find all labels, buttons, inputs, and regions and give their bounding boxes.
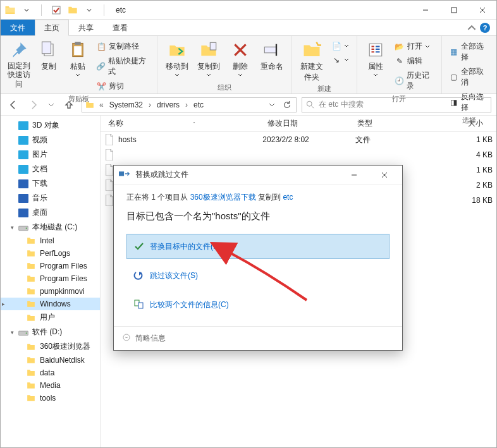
file-row[interactable]: 4 KB	[101, 147, 496, 162]
maximize-button[interactable]	[439, 1, 468, 20]
svg-rect-9	[276, 44, 277, 56]
tree-item-drive[interactable]: ▾本地磁盘 (C:)	[1, 220, 100, 234]
rename-button[interactable]: 重命名	[257, 37, 286, 72]
tree-item[interactable]: Program Files	[1, 272, 100, 285]
svg-rect-18	[18, 209, 28, 217]
address-bar[interactable]: « System32› drivers› etc	[82, 97, 297, 112]
ribbon: 固定到快速访问 复制 粘贴 📋复制路径 🔗粘贴快捷方式 ✂️剪切 剪贴板	[1, 36, 496, 94]
tree-item[interactable]: PerfLogs	[1, 247, 100, 260]
tree-item[interactable]: BaiduNetdisk	[1, 354, 100, 366]
edit-button[interactable]: ✎编辑	[392, 54, 436, 68]
tab-file[interactable]: 文件	[1, 20, 35, 35]
tree-item[interactable]: 3D 对象	[1, 118, 100, 133]
file-row[interactable]: hosts2023/2/2 8:02文件1 KB	[101, 132, 496, 147]
history-dropdown[interactable]	[46, 97, 56, 112]
nav-tree[interactable]: 3D 对象视频图片文档下载音乐桌面▾本地磁盘 (C:)IntelPerfLogs…	[1, 116, 101, 448]
open-button[interactable]: 📂打开	[392, 40, 436, 53]
option-compare[interactable]: 比较两个文件的信息(C)	[126, 292, 390, 317]
svg-point-20	[26, 227, 27, 229]
group-label: 组织	[163, 82, 286, 94]
dialog-title: 替换或跳过文件	[135, 169, 336, 180]
checkbox-checked-icon[interactable]	[51, 4, 62, 16]
breadcrumb-segment[interactable]: etc	[192, 100, 205, 109]
tab-view[interactable]: 查看	[103, 20, 137, 35]
properties-button[interactable]: 属性	[362, 37, 389, 77]
tree-item[interactable]: 图片	[1, 147, 100, 162]
tree-item[interactable]: Intel	[1, 234, 100, 247]
tree-item[interactable]: 音乐	[1, 191, 100, 205]
copyto-button[interactable]: 复制到	[194, 37, 223, 77]
copy-button[interactable]: 复制	[35, 37, 61, 72]
col-type[interactable]: 类型	[353, 118, 448, 129]
skip-icon	[133, 270, 145, 281]
history-button[interactable]: 🕘历史记录	[392, 69, 436, 93]
tree-item[interactable]: data	[1, 366, 100, 379]
paste-shortcut-button[interactable]: 🔗粘贴快捷方式	[94, 54, 152, 78]
option-skip[interactable]: 跳过该文件(S)	[126, 263, 390, 288]
col-size[interactable]: 大小	[448, 118, 488, 129]
dialog-heading: 目标已包含一个名为"hosts"的文件	[126, 210, 390, 222]
label: 属性	[368, 61, 383, 72]
source-link[interactable]: 360极速浏览器下载	[190, 193, 256, 202]
breadcrumb-segment[interactable]: System32	[108, 100, 144, 109]
select-all-button[interactable]: ▦全部选择	[447, 40, 491, 64]
up-button[interactable]	[61, 97, 77, 112]
breadcrumb-segment[interactable]: drivers	[156, 100, 181, 109]
svg-rect-7	[211, 42, 216, 50]
dialog-titlebar[interactable]: 替换或跳过文件	[114, 166, 402, 185]
dialog-minimize-button[interactable]	[341, 166, 367, 184]
dialog-status-line: 正在将 1 个项目从 360极速浏览器下载 复制到 etc	[126, 192, 390, 203]
pin-quickaccess-button[interactable]: 固定到快速访问	[6, 37, 32, 88]
compare-icon	[133, 299, 145, 310]
paste-button[interactable]: 粘贴	[64, 37, 91, 77]
search-input[interactable]: 在 etc 中搜索	[302, 97, 491, 112]
address-dropdown[interactable]	[266, 97, 278, 112]
chevron-down-icon[interactable]	[83, 4, 95, 16]
dialog-footer[interactable]: 简略信息	[114, 326, 402, 350]
svg-rect-13	[18, 136, 28, 145]
forward-button[interactable]	[26, 97, 41, 112]
tree-item[interactable]: pumpkinmovi	[1, 285, 100, 298]
search-icon	[306, 100, 315, 109]
chevron-left-icon[interactable]: «	[97, 100, 106, 109]
tree-item[interactable]: Program Files	[1, 260, 100, 272]
svg-rect-12	[18, 121, 28, 130]
select-none-button[interactable]: ▢全部取消	[447, 65, 491, 89]
dest-link[interactable]: etc	[283, 193, 293, 202]
column-headers[interactable]: 名称˄ 修改日期 类型 大小	[101, 116, 496, 132]
refresh-button[interactable]	[281, 97, 293, 112]
help-icon[interactable]: ?	[480, 23, 490, 33]
tab-home[interactable]: 主页	[35, 20, 69, 36]
label: 复制	[41, 61, 56, 72]
copy-path-button[interactable]: 📋复制路径	[94, 40, 152, 53]
back-button[interactable]	[6, 97, 21, 112]
tree-item[interactable]: 视频	[1, 133, 100, 147]
tree-item[interactable]: 文档	[1, 162, 100, 176]
cut-button[interactable]: ✂️剪切	[94, 80, 152, 93]
moveto-button[interactable]: 移动到	[163, 37, 192, 77]
label: 新建文件夹	[297, 61, 326, 83]
folder-icon	[85, 100, 95, 109]
col-date[interactable]: 修改日期	[264, 118, 353, 129]
chevron-down-icon[interactable]	[21, 4, 32, 16]
close-button[interactable]	[468, 1, 496, 20]
tree-item[interactable]: 下载	[1, 176, 100, 191]
tree-item[interactable]: Media	[1, 379, 100, 392]
minimize-button[interactable]	[411, 1, 439, 20]
chevron-down-icon	[123, 334, 130, 343]
tree-item[interactable]: tools	[1, 392, 100, 404]
option-replace[interactable]: 替换目标中的文件(R)	[126, 234, 390, 259]
tab-share[interactable]: 共享	[69, 20, 103, 35]
tree-item[interactable]: 桌面	[1, 205, 100, 220]
easy-access-button[interactable]: ↘	[329, 54, 352, 66]
delete-button[interactable]: 删除	[226, 37, 255, 77]
tree-item[interactable]: 用户	[1, 310, 100, 325]
tree-item[interactable]: ▸Windows	[1, 298, 100, 310]
tree-item[interactable]: 360极速浏览器	[1, 339, 100, 354]
tree-item-drive[interactable]: ▾软件 (D:)	[1, 325, 100, 339]
dialog-close-button[interactable]	[372, 166, 397, 184]
collapse-ribbon-icon[interactable]	[467, 23, 476, 32]
window-title: etc	[116, 6, 126, 15]
new-folder-button[interactable]: 新建文件夹	[297, 37, 326, 83]
new-item-button[interactable]: 📄	[329, 40, 352, 52]
